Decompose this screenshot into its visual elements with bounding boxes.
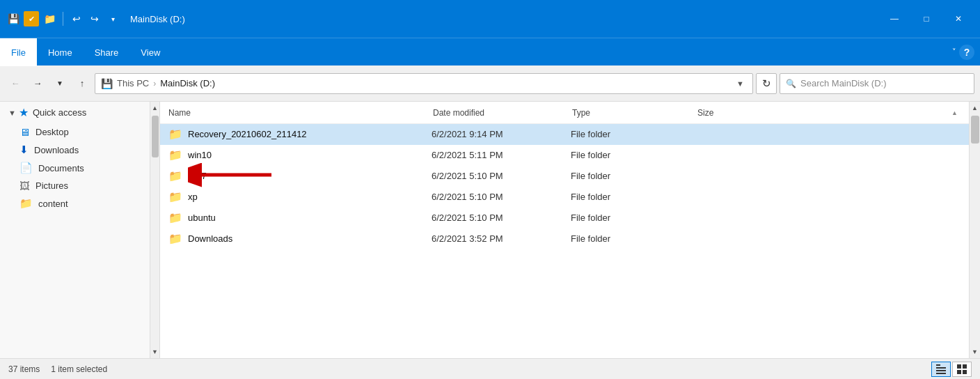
- address-path-box[interactable]: 💾 This PC › MainDisk (D:) ▼: [95, 73, 753, 94]
- file-list: 📁 Recovery_20210602_211412 6/2/2021 9:14…: [160, 124, 969, 358]
- minimize-button[interactable]: —: [878, 8, 910, 30]
- search-box[interactable]: 🔍 Search MainDisk (D:): [780, 73, 974, 94]
- pictures-label: Pictures: [35, 180, 131, 191]
- address-dropdown-btn[interactable]: ▼: [734, 79, 747, 88]
- svg-rect-7: [963, 364, 967, 369]
- sidebar-scrollbar: ▲ ▼: [150, 102, 159, 358]
- quick-access-label: Quick access: [33, 107, 86, 118]
- file-date: 6/2/2021 5:10 PM: [432, 171, 571, 181]
- file-type: File folder: [571, 212, 696, 223]
- file-date: 6/2/2021 5:10 PM: [432, 212, 571, 223]
- file-name: Downloads: [188, 233, 432, 244]
- menu-file[interactable]: File: [0, 38, 37, 66]
- refresh-button[interactable]: ↻: [756, 73, 777, 94]
- forward-button[interactable]: →: [28, 74, 47, 93]
- sidebar-scroll-track: [152, 114, 159, 346]
- menu-share[interactable]: Share: [84, 38, 130, 66]
- col-header-type[interactable]: Type: [572, 108, 697, 118]
- file-row[interactable]: 📁 win10 6/2/2021 5:11 PM File folder: [160, 145, 969, 166]
- folder-file-icon: 📁: [168, 169, 182, 183]
- help-button[interactable]: ?: [959, 45, 974, 60]
- sidebar-item-pictures[interactable]: 🖼 Pictures 📌: [0, 177, 150, 194]
- path-sep1: ›: [153, 79, 156, 88]
- back-button[interactable]: ←: [6, 74, 25, 93]
- status-bar: 37 items 1 item selected: [0, 358, 980, 379]
- file-date: 6/2/2021 3:52 PM: [432, 233, 571, 244]
- svg-rect-5: [936, 373, 946, 374]
- svg-rect-6: [957, 364, 961, 369]
- file-type: File folder: [571, 171, 696, 181]
- content-label: content: [38, 199, 131, 209]
- column-header: Name ▲ Date modified Type Size: [160, 102, 969, 124]
- desktop-icon: 🖥: [19, 126, 30, 138]
- file-type: File folder: [571, 192, 696, 202]
- right-scroll-up[interactable]: ▲: [970, 102, 981, 114]
- file-type: File folder: [571, 129, 696, 139]
- menu-view[interactable]: View: [129, 38, 171, 66]
- file-date: 6/2/2021 5:10 PM: [432, 192, 571, 202]
- sidebar-scroll-up[interactable]: ▲: [150, 102, 160, 114]
- close-button[interactable]: ✕: [942, 8, 974, 30]
- col-header-size[interactable]: Size: [697, 108, 961, 118]
- svg-rect-2: [936, 364, 940, 366]
- file-type: File folder: [571, 233, 696, 244]
- menu-bar: File Home Share View ˅ ?: [0, 38, 980, 65]
- item-count: 37 items: [8, 364, 40, 374]
- file-name: xp: [188, 192, 432, 202]
- sidebar-item-desktop[interactable]: 🖥 Desktop 📌: [0, 123, 150, 141]
- desktop-label: Desktop: [35, 127, 131, 137]
- folder-file-icon: 📁: [168, 148, 182, 162]
- sidebar-scroll-thumb[interactable]: [152, 116, 159, 157]
- file-row[interactable]: 📁 ubuntu 6/2/2021 5:10 PM File folder: [160, 208, 969, 229]
- menu-home[interactable]: Home: [37, 38, 84, 66]
- right-scroll-thumb[interactable]: [971, 116, 979, 144]
- file-name: ubuntu: [188, 212, 432, 223]
- col-header-date[interactable]: Date modified: [433, 108, 572, 118]
- file-date: 6/2/2021 9:14 PM: [432, 129, 571, 139]
- sidebar-item-documents[interactable]: 📄 Documents 📌: [0, 159, 150, 177]
- large-icon-view-btn[interactable]: [952, 362, 972, 377]
- sidebar-item-content[interactable]: 📁 content 📌: [0, 194, 150, 212]
- search-placeholder: Search MainDisk (D:): [800, 78, 887, 88]
- sidebar-item-downloads[interactable]: ⬇ Downloads 📌: [0, 141, 150, 159]
- content-area: Name ▲ Date modified Type Size 📁 Recover…: [160, 102, 969, 358]
- file-row[interactable]: 📁 Recovery_20210602_211412 6/2/2021 9:14…: [160, 124, 969, 145]
- sidebar-scroll-down[interactable]: ▼: [150, 346, 160, 358]
- title-bar: 💾 ✔ 📁 ↩ ↪ ▾ MainDisk (D:) — □ ✕: [0, 0, 980, 38]
- right-scroll-down[interactable]: ▼: [970, 346, 981, 358]
- file-row[interactable]: 📁 Downloads 6/2/2021 3:52 PM File folder: [160, 229, 969, 249]
- undo-icon[interactable]: ↩: [69, 11, 84, 26]
- window-title: MainDisk (D:): [130, 14, 874, 24]
- file-row[interactable]: 📁 xp 6/2/2021 5:10 PM File folder: [160, 187, 969, 208]
- sidebar-quick-access[interactable]: ▼ ★ Quick access: [0, 102, 150, 123]
- menu-bar-right: ˅ ?: [952, 38, 980, 65]
- file-date: 6/2/2021 5:11 PM: [432, 150, 571, 160]
- nav-dropdown-button[interactable]: ▼: [50, 74, 70, 93]
- folder-file-icon: 📁: [168, 232, 182, 245]
- details-view-btn[interactable]: [931, 362, 951, 377]
- view-toggle: [931, 362, 972, 377]
- col-header-name[interactable]: Name: [168, 108, 433, 118]
- pictures-icon: 🖼: [19, 180, 30, 192]
- svg-rect-3: [936, 367, 946, 369]
- path-this-pc: This PC: [117, 78, 149, 88]
- drive-icon: 💾: [6, 11, 21, 26]
- quick-access-star: ★: [19, 106, 29, 119]
- downloads-label: Downloads: [34, 145, 131, 155]
- address-bar: ← → ▼ ↑ 💾 This PC › MainDisk (D:) ▼ ↻ 🔍 …: [0, 65, 980, 102]
- drive-path-icon: 💾: [101, 78, 113, 89]
- folder-icon-tb: 📁: [42, 11, 57, 26]
- window-controls: — □ ✕: [878, 8, 974, 30]
- path-drive: MainDisk (D:): [160, 78, 215, 88]
- ribbon-collapse-btn[interactable]: ˅: [952, 47, 956, 56]
- svg-rect-8: [957, 370, 961, 374]
- maximize-button[interactable]: □: [910, 8, 942, 30]
- file-row[interactable]: 📁 win7 6/2/2021 5:10 PM File folder: [160, 166, 969, 187]
- up-button[interactable]: ↑: [72, 74, 92, 93]
- dropdown-icon[interactable]: ▾: [105, 11, 120, 26]
- downloads-icon: ⬇: [19, 144, 29, 156]
- redo-icon[interactable]: ↪: [87, 11, 102, 26]
- folder-file-icon: 📁: [168, 211, 182, 224]
- right-scrollbar: ▲ ▼: [969, 102, 980, 358]
- folder-file-icon: 📁: [168, 127, 182, 141]
